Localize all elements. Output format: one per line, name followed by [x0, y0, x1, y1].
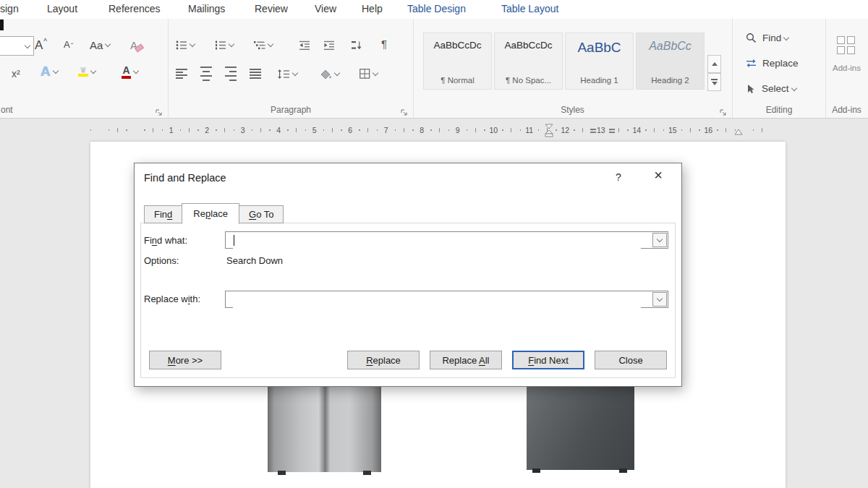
fridge-foot — [363, 471, 371, 475]
table-column-marker[interactable] — [590, 127, 596, 134]
styles-gallery-more-button[interactable] — [707, 73, 721, 91]
styles-group-label: Styles — [413, 105, 732, 115]
table-column-marker[interactable] — [609, 127, 615, 134]
addins-button[interactable] — [837, 36, 855, 54]
word-window: { "colors": { "accent_blue": "#2b579a", … — [0, 0, 868, 488]
tab-design-partial[interactable]: sign — [0, 3, 19, 14]
tab-find[interactable]: Find — [144, 205, 182, 223]
clear-formatting-button[interactable]: A — [130, 36, 143, 53]
tab-view[interactable]: View — [315, 3, 336, 14]
replace-all-button[interactable]: Replace All — [430, 351, 502, 369]
indent-markers[interactable] — [544, 123, 554, 137]
replace-with-dropdown-button[interactable] — [652, 292, 667, 307]
select-button[interactable]: Select — [746, 83, 796, 94]
horizontal-ruler: 1 2 3 4 5 6 7 8 9 10 11 12 13 14 15 16 — [0, 123, 868, 137]
highlighter-icon — [78, 67, 88, 77]
find-what-input[interactable] — [233, 233, 641, 249]
grid-square — [837, 46, 845, 54]
replace-button[interactable]: Replace — [746, 58, 799, 69]
style-heading-2[interactable]: AaBbCc Heading 2 — [636, 33, 705, 90]
bullets-button[interactable] — [176, 36, 195, 53]
borders-icon — [359, 69, 370, 79]
superscript-button[interactable]: x² — [12, 65, 20, 82]
superscript-icon: x² — [12, 68, 20, 80]
ruler-tick — [82, 123, 118, 137]
decrease-indent-button[interactable] — [299, 36, 310, 53]
fridge-foot — [532, 468, 540, 473]
find-what-field[interactable] — [225, 231, 668, 249]
ribbon-group-styles: AaBbCcDc ¶ Normal AaBbCcDc ¶ No Spac... … — [413, 19, 733, 118]
show-paragraph-marks-button[interactable]: ¶ — [381, 35, 387, 52]
text-effects-button[interactable]: A — [41, 63, 58, 80]
tab-help[interactable]: Help — [362, 3, 383, 14]
more-button[interactable]: More >> — [149, 351, 221, 369]
align-center-button[interactable] — [200, 65, 212, 82]
ruler-unit: 7 — [368, 123, 404, 137]
numbering-button[interactable] — [215, 36, 234, 53]
style-no-spacing[interactable]: AaBbCcDc ¶ No Spac... — [494, 33, 563, 90]
shading-button[interactable] — [320, 65, 339, 82]
font-size-combo[interactable] — [0, 36, 34, 56]
replace-label: Replace — [762, 58, 799, 69]
close-icon[interactable]: × — [650, 167, 667, 184]
ruler-unit: 10 — [476, 123, 512, 137]
search-icon — [746, 33, 757, 43]
styles-dialog-launcher[interactable] — [720, 106, 727, 114]
tab-layout[interactable]: Layout — [47, 3, 77, 14]
ruler-unit: 16 — [691, 123, 727, 137]
style-name: Heading 2 — [651, 76, 689, 85]
font-dialog-launcher[interactable] — [156, 106, 163, 114]
tab-references[interactable]: References — [109, 3, 161, 14]
find-what-dropdown-button[interactable] — [652, 233, 667, 247]
style-heading-1[interactable]: AaBbC Heading 1 — [565, 33, 634, 90]
align-right-button[interactable] — [225, 65, 237, 82]
replace-with-field[interactable] — [225, 291, 668, 308]
bullet-list-icon — [176, 40, 187, 50]
align-left-button[interactable] — [176, 65, 187, 82]
tab-mailings[interactable]: Mailings — [188, 3, 225, 14]
find-button[interactable]: Find — [746, 33, 788, 43]
close-button[interactable]: Close — [595, 351, 667, 369]
increase-indent-button[interactable] — [323, 36, 335, 53]
justify-button[interactable] — [250, 65, 261, 82]
chevron-down-icon — [657, 236, 663, 242]
options-label: Options: — [144, 255, 179, 266]
ruler-unit: 15 — [655, 123, 691, 137]
ruler-unit: 6 — [333, 123, 369, 137]
tab-table-layout[interactable]: Table Layout — [501, 3, 558, 14]
change-case-button[interactable]: Aa — [90, 36, 110, 53]
right-indent-marker[interactable] — [733, 129, 744, 137]
sort-button[interactable] — [351, 36, 362, 53]
options-value: Search Down — [226, 255, 283, 266]
replace-button-dialog[interactable]: Replace — [347, 351, 420, 369]
pilcrow-icon: ¶ — [381, 38, 387, 50]
style-preview: AaBbCcDc — [504, 40, 552, 51]
replace-with-input[interactable] — [233, 292, 641, 308]
shrink-font-button[interactable]: A — [64, 36, 73, 53]
ribbon-group-paragraph: ¶ Paragraph — [169, 19, 414, 118]
text-highlight-button[interactable] — [78, 63, 95, 80]
dialog-title: Find and Replace — [144, 172, 226, 184]
tab-go-to[interactable]: Go To — [239, 205, 284, 223]
paragraph-dialog-launcher[interactable] — [401, 106, 408, 114]
find-what-label: Find what: — [144, 235, 187, 246]
tab-table-design[interactable]: Table Design — [407, 3, 466, 14]
style-normal[interactable]: AaBbCcDc ¶ Normal — [423, 33, 492, 90]
multilevel-list-button[interactable] — [254, 36, 273, 53]
borders-button[interactable] — [359, 65, 378, 82]
help-button[interactable]: ? — [612, 171, 625, 183]
font-color-button[interactable]: A — [122, 63, 138, 80]
replace-with-label: Replace with: — [144, 294, 200, 304]
styles-scroll-up-button[interactable] — [707, 55, 721, 73]
grow-font-button[interactable]: A — [35, 36, 47, 53]
tab-replace[interactable]: Replace — [182, 203, 239, 224]
triangle-up-icon — [712, 62, 718, 66]
line-spacing-button[interactable] — [277, 65, 297, 82]
chevron-down-icon — [90, 68, 96, 74]
find-next-button[interactable]: Find Next — [512, 351, 584, 369]
tab-review[interactable]: Review — [255, 3, 288, 14]
ruler-unit: 2 — [190, 123, 226, 137]
more-bar-icon — [711, 79, 718, 80]
editing-group-label: Editing — [733, 105, 825, 115]
sort-icon — [351, 40, 362, 50]
